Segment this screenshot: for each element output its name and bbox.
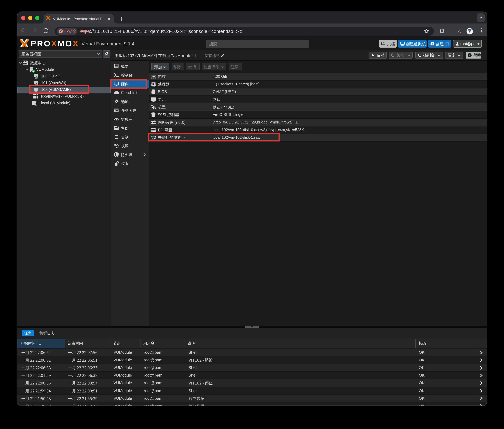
svg-text:?: ? <box>469 53 470 57</box>
